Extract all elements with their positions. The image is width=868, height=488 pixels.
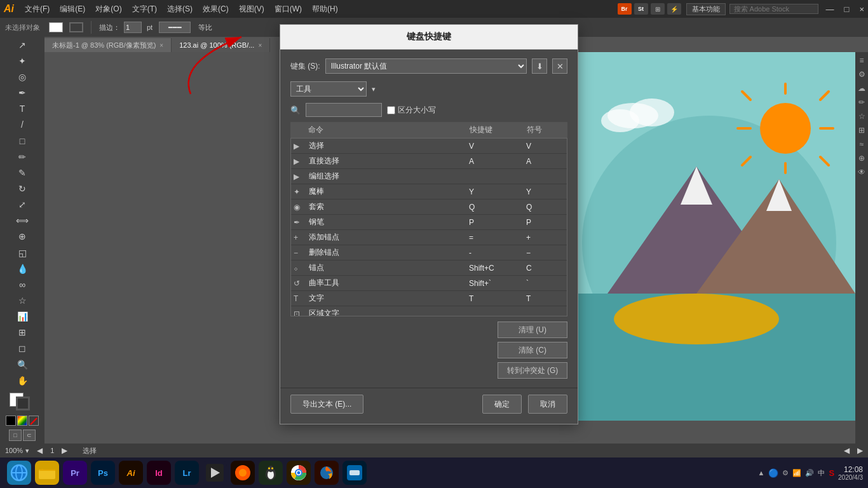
rect-btn[interactable]: □ — [13, 133, 31, 148]
direct-select-btn[interactable]: ↗ — [13, 37, 31, 52]
table-row[interactable]: ▶ 编组选择 — [291, 169, 567, 184]
workspace-button[interactable]: 基本功能 — [686, 3, 726, 15]
pen-btn[interactable]: ✒ — [13, 86, 31, 100]
rpanel-layers-btn[interactable]: ≡ — [858, 55, 865, 66]
tab-123ai-close[interactable]: × — [258, 42, 262, 49]
rpanel-properties-btn[interactable]: ⚙ — [857, 69, 867, 80]
tab-untitled[interactable]: 未标题-1 @ 83% (RGB/像素预览) × — [44, 38, 172, 52]
ok-btn[interactable]: 确定 — [482, 395, 522, 414]
keyset-save-btn[interactable]: ⬇ — [532, 58, 547, 74]
case-sensitive-checkbox[interactable] — [387, 106, 395, 114]
pencil-btn[interactable]: ✎ — [13, 165, 31, 180]
menu-view[interactable]: 视图(V) — [234, 3, 269, 16]
minimize-button[interactable]: — — [826, 4, 834, 14]
gradient-btn[interactable]: ◱ — [13, 245, 31, 260]
eraser-btn[interactable]: ◻ — [13, 341, 31, 356]
clear-u-btn[interactable]: 清理 (U) — [498, 322, 567, 338]
table-row[interactable]: + 添加锚点 = + — [291, 230, 567, 245]
export-text-btn[interactable]: 导出文本 (E)... — [290, 395, 363, 414]
taskbar-app2-icon[interactable] — [342, 461, 367, 485]
rpanel-libraries-btn[interactable]: ☁ — [857, 83, 867, 94]
fill-color-swatch[interactable] — [49, 22, 63, 32]
table-row[interactable]: ▶ 选择 V V — [291, 139, 567, 154]
taskbar-photoshop-icon[interactable]: Ps — [91, 461, 115, 485]
table-row[interactable]: ⊡ 区域文字 — [291, 306, 567, 316]
taskbar-lightroom-icon[interactable]: Lr — [175, 461, 199, 485]
tab-untitled-close[interactable]: × — [159, 42, 163, 49]
gradient-swatch-btn[interactable] — [17, 416, 27, 426]
tab-123ai[interactable]: 123.ai @ 100% (RGB/... × — [172, 38, 270, 52]
rpanel-pathfinder-btn[interactable]: ⊕ — [857, 152, 866, 164]
taskbar-linux-icon[interactable] — [259, 461, 283, 485]
close-button[interactable]: × — [859, 4, 864, 14]
stroke-color-swatch[interactable] — [69, 22, 83, 32]
eyedropper-btn[interactable]: 💧 — [13, 261, 31, 276]
hand-btn[interactable]: ✋ — [13, 373, 31, 388]
tray-up-arrow[interactable]: ▲ — [758, 469, 765, 477]
table-row[interactable]: ✦ 魔棒 Y Y — [291, 184, 567, 200]
menu-window[interactable]: 窗口(W) — [270, 3, 306, 16]
stroke-value-input[interactable] — [124, 22, 142, 33]
table-row[interactable]: ⬦ 锚点 Shift+C C — [291, 261, 567, 276]
rpanel-symbols-btn[interactable]: ☆ — [857, 111, 867, 122]
menu-select[interactable]: 选择(S) — [163, 3, 197, 16]
slice-btn[interactable]: ⊞ — [13, 325, 31, 340]
keyset-select[interactable]: Illustrator 默认值 — [325, 58, 527, 74]
normal-draw-btn[interactable]: □ — [9, 430, 22, 441]
scale-btn[interactable]: ⤢ — [13, 198, 31, 212]
menu-edit[interactable]: 编辑(E) — [55, 3, 90, 16]
taskbar-filemanager-icon[interactable] — [35, 461, 59, 485]
nav-next-btn[interactable]: ▶ — [62, 446, 67, 455]
brush-btn[interactable]: ✏ — [13, 149, 31, 164]
tray-sogou-icon[interactable]: S — [829, 468, 834, 478]
tray-icon2[interactable]: ⚙ — [782, 469, 789, 477]
table-body[interactable]: ▶ 选择 V V ▶ 直接选择 A A ▶ 编组选择 ✦ 魔棒 Y Y ◉ 套索… — [290, 139, 567, 316]
zoom-dropdown-icon[interactable]: ▾ — [25, 447, 29, 455]
taskbar-premiere-icon[interactable]: Pr — [63, 461, 87, 485]
menu-text[interactable]: 文字(T) — [128, 3, 161, 16]
table-row[interactable]: ✒ 钢笔 P P — [291, 215, 567, 230]
text-btn[interactable]: T — [13, 102, 31, 116]
thunder-icon[interactable]: ⚡ — [667, 3, 681, 15]
draw-inside-btn[interactable]: ⊂ — [23, 430, 36, 441]
category-select[interactable]: 工具 菜单命令 面板菜单 — [290, 81, 367, 97]
taskbar-mediaplayer-icon[interactable] — [203, 461, 227, 485]
magic-wand-btn[interactable]: ✦ — [13, 53, 31, 68]
bridge-icon[interactable]: Br — [618, 3, 632, 15]
tray-lang-zh[interactable]: 中 — [818, 468, 825, 478]
rotate-btn[interactable]: ↻ — [13, 181, 31, 196]
zoom-value[interactable]: 100% — [5, 447, 23, 454]
table-row[interactable]: ↺ 曲率工具 Shift+` ` — [291, 276, 567, 291]
zoom-btn[interactable]: 🔍 — [13, 357, 31, 372]
status-nav-arrow-left[interactable]: ◀ — [844, 446, 850, 455]
goto-conflict-btn[interactable]: 转到冲突处 (G) — [498, 362, 567, 379]
color-swatches[interactable] — [10, 393, 35, 413]
table-row[interactable]: ◉ 套索 Q Q — [291, 200, 567, 215]
rpanel-align-btn[interactable]: ≈ — [858, 139, 865, 150]
lasso-btn[interactable]: ◎ — [13, 69, 31, 84]
normal-mode-btn[interactable] — [6, 416, 16, 426]
taskbar-firefox-icon[interactable] — [315, 461, 339, 485]
rpanel-transform-btn[interactable]: ⊞ — [857, 125, 866, 136]
rpanel-brush-btn[interactable]: ✏ — [857, 97, 866, 108]
maximize-button[interactable]: □ — [844, 4, 850, 14]
menu-help[interactable]: 帮助(H) — [308, 3, 342, 16]
menu-file[interactable]: 文件(F) — [20, 3, 54, 16]
stroke-swatch[interactable] — [16, 396, 30, 410]
taskbar-illustrator-icon[interactable]: Ai — [119, 461, 143, 485]
none-swatch-btn[interactable] — [29, 416, 39, 426]
table-row[interactable]: ▶ 直接选择 A A — [291, 154, 567, 169]
table-row[interactable]: − 删除锚点 - − — [291, 245, 567, 261]
status-nav-arrow-right[interactable]: ▶ — [857, 446, 863, 455]
line-btn[interactable]: / — [13, 118, 31, 132]
menu-object[interactable]: 对象(O) — [91, 3, 126, 16]
stroke-options[interactable]: ━━━ — [159, 22, 191, 33]
clear-c-btn[interactable]: 清除 (C) — [498, 342, 567, 358]
keyset-delete-btn[interactable]: ✕ — [552, 58, 567, 74]
rpanel-eye-btn[interactable]: 👁 — [857, 166, 867, 178]
width-btn[interactable]: ⟺ — [13, 214, 31, 228]
menu-effect[interactable]: 效果(C) — [198, 3, 233, 16]
grid-icon[interactable]: ⊞ — [651, 3, 665, 15]
table-row[interactable]: T 文字 T T — [291, 291, 567, 306]
stock-search-input[interactable] — [729, 4, 818, 14]
